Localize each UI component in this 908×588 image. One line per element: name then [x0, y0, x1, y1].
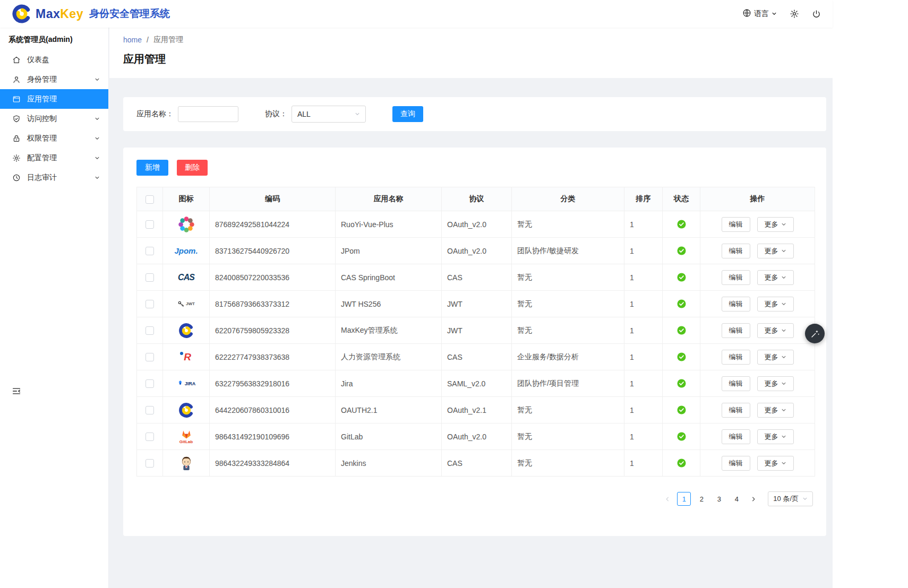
sidebar-item-identity[interactable]: 身份管理 [0, 70, 108, 89]
status-active-icon [677, 379, 686, 388]
app-sort: 1 [624, 291, 663, 317]
chevron-down-icon [781, 354, 786, 360]
delete-button[interactable]: 删除 [177, 160, 208, 176]
app-sort: 1 [624, 370, 663, 397]
more-button[interactable]: 更多 [757, 429, 794, 444]
row-checkbox[interactable] [145, 433, 154, 441]
more-button[interactable]: 更多 [757, 350, 794, 365]
edit-button[interactable]: 编辑 [722, 403, 750, 418]
sidebar-item-config[interactable]: 配置管理 [0, 148, 108, 168]
edit-button[interactable]: 编辑 [722, 429, 750, 444]
more-button[interactable]: 更多 [757, 456, 794, 471]
apps-icon [12, 94, 21, 103]
more-button[interactable]: 更多 [757, 270, 794, 285]
app-code: 876892492581044224 [210, 211, 336, 238]
apps-table: 图标编码应用名称协议分类排序状态操作 876892492581044224Ruo… [136, 187, 815, 477]
sidebar-item-dashboard[interactable]: 仪表盘 [0, 50, 108, 70]
edit-button[interactable]: 编辑 [722, 456, 750, 471]
chevron-down-icon [95, 77, 100, 82]
globe-icon [742, 8, 751, 19]
row-checkbox[interactable] [145, 353, 154, 361]
page-size-select[interactable]: 10 条/页 [768, 491, 813, 506]
more-button[interactable]: 更多 [757, 376, 794, 391]
logout-button[interactable] [812, 10, 821, 19]
sidebar-item-permissions[interactable]: 权限管理 [0, 128, 108, 148]
edit-button[interactable]: 编辑 [722, 244, 750, 258]
more-button[interactable]: 更多 [757, 323, 794, 338]
app-code: 622227747938373638 [210, 344, 336, 370]
settings-button[interactable] [790, 9, 799, 19]
row-checkbox[interactable] [145, 459, 154, 468]
app-name: RuoYi-Vue-Plus [336, 211, 442, 238]
page-3-button[interactable]: 3 [712, 492, 726, 506]
table-row: CAS824008507220033536CAS SpringBootCAS暂无… [137, 264, 815, 291]
add-button[interactable]: 新增 [136, 160, 168, 176]
row-checkbox[interactable] [145, 326, 154, 335]
app-category: 团队协作/项目管理 [512, 370, 624, 397]
maxkey-app-icon [176, 321, 197, 341]
more-button[interactable]: 更多 [757, 297, 794, 312]
status-active-icon [677, 299, 686, 308]
chevron-down-icon [781, 461, 786, 466]
edit-button[interactable]: 编辑 [722, 323, 750, 338]
protocol-select[interactable]: ALL [292, 106, 366, 123]
edit-button[interactable]: 编辑 [722, 297, 750, 312]
chevron-down-icon [802, 496, 808, 501]
edit-button[interactable]: 编辑 [722, 270, 750, 285]
more-button-label: 更多 [765, 246, 778, 256]
breadcrumb-current: 应用管理 [153, 35, 183, 45]
product-title: 身份安全管理系统 [89, 7, 170, 21]
column-header: 应用名称 [336, 187, 442, 211]
row-checkbox[interactable] [145, 300, 154, 308]
table-row: GitLab986431492190109696GitLabOAuth_v2.0… [137, 423, 815, 450]
jira-app-icon: JIRA [176, 374, 197, 394]
breadcrumb-home-link[interactable]: home [123, 36, 142, 44]
search-button[interactable]: 查询 [392, 106, 423, 122]
language-selector[interactable]: 语言 [742, 8, 777, 19]
status-active-icon [677, 326, 686, 335]
filter-card: 应用名称： 协议： ALL 查询 [123, 97, 826, 131]
app-name: OAUTH2.1 [336, 397, 442, 423]
status-active-icon [677, 246, 686, 255]
breadcrumb-separator: / [147, 36, 149, 44]
app-sort: 1 [624, 423, 663, 450]
row-checkbox[interactable] [145, 273, 154, 282]
app-category: 暂无 [512, 317, 624, 344]
select-all-checkbox[interactable] [145, 195, 154, 204]
more-button-label: 更多 [765, 326, 778, 335]
sidebar-item-apps[interactable]: 应用管理 [0, 89, 108, 109]
page-1-button[interactable]: 1 [677, 492, 691, 506]
more-button[interactable]: 更多 [757, 244, 794, 258]
app-category: 团队协作/敏捷研发 [512, 238, 624, 264]
row-checkbox[interactable] [145, 247, 154, 255]
app-sort: 1 [624, 264, 663, 291]
theme-settings-button[interactable] [805, 324, 825, 343]
app-name: 人力资源管理系统 [336, 344, 442, 370]
row-checkbox[interactable] [145, 220, 154, 229]
collapse-sidebar-button[interactable] [12, 386, 21, 396]
app-name: JPom [336, 238, 442, 264]
row-checkbox[interactable] [145, 379, 154, 388]
sidebar-item-access[interactable]: 访问控制 [0, 109, 108, 128]
chevron-down-icon [781, 248, 786, 254]
more-button[interactable]: 更多 [757, 403, 794, 418]
edit-button[interactable]: 编辑 [722, 217, 750, 232]
page-2-button[interactable]: 2 [695, 492, 708, 506]
sidebar-item-label: 配置管理 [27, 153, 57, 163]
audit-icon [12, 173, 21, 182]
permissions-icon [12, 134, 21, 143]
pagination-next-button[interactable] [747, 492, 760, 506]
app-name: Jira [336, 370, 442, 397]
more-button[interactable]: 更多 [757, 217, 794, 232]
edit-button[interactable]: 编辑 [722, 376, 750, 391]
sidebar-item-audit[interactable]: 日志审计 [0, 168, 108, 187]
row-checkbox[interactable] [145, 406, 154, 414]
app-code: 986432249333284864 [210, 450, 336, 477]
app-protocol: OAuth_v2.0 [442, 211, 512, 238]
pagination-prev-button[interactable] [661, 492, 673, 506]
ruoyi-app-icon [176, 214, 197, 235]
edit-button[interactable]: 编辑 [722, 350, 750, 365]
brand-name: MaxKey [36, 7, 83, 21]
page-4-button[interactable]: 4 [730, 492, 743, 506]
app-name-input[interactable] [178, 106, 238, 122]
